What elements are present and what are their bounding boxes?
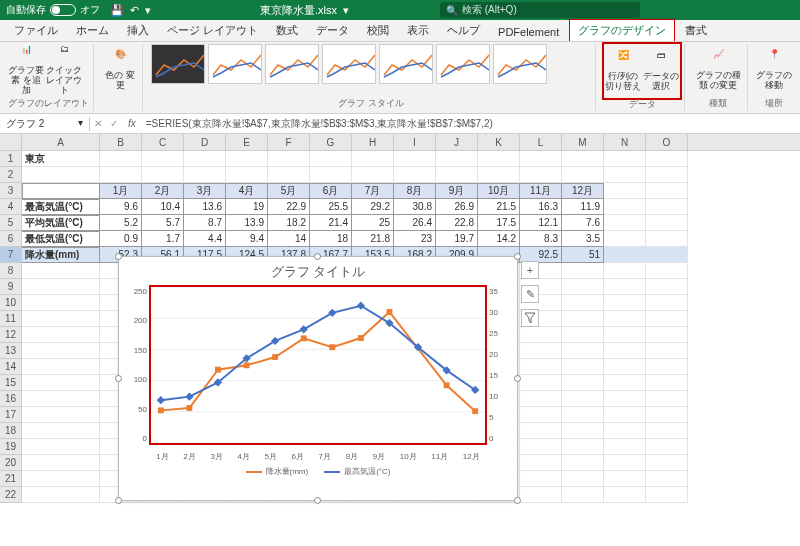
cell-A7[interactable]: 降水量(mm) — [22, 247, 100, 263]
select-data-button[interactable]: 🗃データの 選択 — [643, 45, 679, 97]
chart-style-5[interactable] — [379, 44, 433, 84]
cell-N20[interactable] — [604, 455, 646, 471]
column-header-G[interactable]: G — [310, 134, 352, 150]
legend-item-1[interactable]: 降水量(mm) — [246, 466, 309, 477]
cell-N14[interactable] — [604, 359, 646, 375]
cell-M13[interactable] — [562, 343, 604, 359]
cell-A18[interactable] — [22, 423, 100, 439]
cell-M15[interactable] — [562, 375, 604, 391]
cell-O12[interactable] — [646, 327, 688, 343]
cell-F6[interactable]: 14 — [268, 231, 310, 247]
row-header-6[interactable]: 6 — [0, 231, 22, 247]
cell-N19[interactable] — [604, 439, 646, 455]
chart-styles-gallery[interactable] — [151, 44, 591, 84]
cell-M8[interactable] — [562, 263, 604, 279]
cell-N2[interactable] — [604, 167, 646, 183]
column-header-N[interactable]: N — [604, 134, 646, 150]
cell-J3[interactable]: 9月 — [436, 183, 478, 199]
tab-review[interactable]: 校閲 — [359, 20, 397, 41]
search-input[interactable]: 🔍 検索 (Alt+Q) — [440, 2, 640, 18]
add-chart-element-button[interactable]: 📊グラフ要素 を追加 — [8, 44, 44, 96]
cell-N15[interactable] — [604, 375, 646, 391]
save-icon[interactable]: 💾 — [110, 4, 124, 17]
cell-A1[interactable]: 東京 — [22, 151, 100, 167]
change-chart-type-button[interactable]: 📈グラフの種類 の変更 — [693, 44, 743, 96]
cell-M20[interactable] — [562, 455, 604, 471]
cell-G2[interactable] — [310, 167, 352, 183]
cell-L5[interactable]: 12.1 — [520, 215, 562, 231]
cell-O19[interactable] — [646, 439, 688, 455]
cell-O21[interactable] — [646, 471, 688, 487]
resize-handle-nw[interactable] — [115, 253, 122, 260]
cell-O22[interactable] — [646, 487, 688, 503]
worksheet[interactable]: ABCDEFGHIJKLMNO 123456789101112131415161… — [0, 134, 800, 546]
chart-filters-button[interactable] — [521, 309, 539, 327]
resize-handle-se[interactable] — [514, 497, 521, 504]
cell-N13[interactable] — [604, 343, 646, 359]
cell-N5[interactable] — [604, 215, 646, 231]
cell-G1[interactable] — [310, 151, 352, 167]
cell-C2[interactable] — [142, 167, 184, 183]
cell-L4[interactable]: 16.3 — [520, 199, 562, 215]
resize-handle-n[interactable] — [314, 253, 321, 260]
cell-M22[interactable] — [562, 487, 604, 503]
cell-C5[interactable]: 5.7 — [142, 215, 184, 231]
cell-A20[interactable] — [22, 455, 100, 471]
chart-style-4[interactable] — [322, 44, 376, 84]
column-header-K[interactable]: K — [478, 134, 520, 150]
cell-O10[interactable] — [646, 295, 688, 311]
cell-M11[interactable] — [562, 311, 604, 327]
cell-K6[interactable]: 14.2 — [478, 231, 520, 247]
cell-A13[interactable] — [22, 343, 100, 359]
row-header-7[interactable]: 7 — [0, 247, 22, 263]
move-chart-button[interactable]: 📍グラフの 移動 — [756, 44, 792, 96]
cell-M3[interactable]: 12月 — [562, 183, 604, 199]
cell-M1[interactable] — [562, 151, 604, 167]
column-header-O[interactable]: O — [646, 134, 688, 150]
cell-O4[interactable] — [646, 199, 688, 215]
name-box[interactable]: グラフ 2▾ — [0, 117, 90, 131]
row-header-1[interactable]: 1 — [0, 151, 22, 167]
resize-handle-s[interactable] — [314, 497, 321, 504]
cell-H5[interactable]: 25 — [352, 215, 394, 231]
chevron-down-icon[interactable]: ▾ — [78, 117, 83, 131]
cell-O11[interactable] — [646, 311, 688, 327]
cell-I1[interactable] — [394, 151, 436, 167]
cell-A14[interactable] — [22, 359, 100, 375]
cell-M9[interactable] — [562, 279, 604, 295]
tab-help[interactable]: ヘルプ — [439, 20, 488, 41]
cell-F1[interactable] — [268, 151, 310, 167]
cell-O18[interactable] — [646, 423, 688, 439]
column-header-H[interactable]: H — [352, 134, 394, 150]
cell-D6[interactable]: 4.4 — [184, 231, 226, 247]
cell-J6[interactable]: 19.7 — [436, 231, 478, 247]
row-header-16[interactable]: 16 — [0, 391, 22, 407]
undo-icon[interactable]: ↶ — [130, 4, 139, 17]
cell-C4[interactable]: 10.4 — [142, 199, 184, 215]
switch-row-column-button[interactable]: 🔀行/列の 切り替え — [605, 45, 641, 97]
cell-O7[interactable] — [646, 247, 688, 263]
cell-N11[interactable] — [604, 311, 646, 327]
column-header-D[interactable]: D — [184, 134, 226, 150]
cell-N10[interactable] — [604, 295, 646, 311]
cell-H6[interactable]: 21.8 — [352, 231, 394, 247]
row-header-11[interactable]: 11 — [0, 311, 22, 327]
cell-E2[interactable] — [226, 167, 268, 183]
row-header-21[interactable]: 21 — [0, 471, 22, 487]
cell-N3[interactable] — [604, 183, 646, 199]
cell-I3[interactable]: 8月 — [394, 183, 436, 199]
row-header-8[interactable]: 8 — [0, 263, 22, 279]
cell-I4[interactable]: 30.8 — [394, 199, 436, 215]
cell-L18[interactable] — [520, 423, 562, 439]
cell-L20[interactable] — [520, 455, 562, 471]
cell-L6[interactable]: 8.3 — [520, 231, 562, 247]
cell-O15[interactable] — [646, 375, 688, 391]
cell-G3[interactable]: 6月 — [310, 183, 352, 199]
cell-F5[interactable]: 18.2 — [268, 215, 310, 231]
cell-L21[interactable] — [520, 471, 562, 487]
cell-O8[interactable] — [646, 263, 688, 279]
cell-G5[interactable]: 21.4 — [310, 215, 352, 231]
cell-C6[interactable]: 1.7 — [142, 231, 184, 247]
cell-L3[interactable]: 11月 — [520, 183, 562, 199]
tab-file[interactable]: ファイル — [6, 20, 66, 41]
